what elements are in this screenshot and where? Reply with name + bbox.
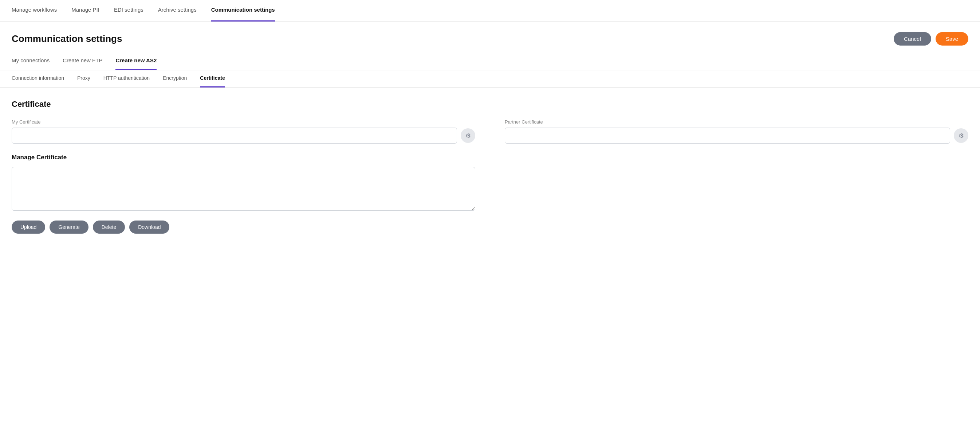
partner-certificate-label: Partner Certificate xyxy=(505,119,968,125)
page-header: Communication settings Cancel Save xyxy=(0,22,980,53)
save-button[interactable]: Save xyxy=(935,32,968,46)
cancel-button[interactable]: Cancel xyxy=(894,32,931,46)
action-buttons: Upload Generate Delete Download xyxy=(12,220,475,234)
download-button[interactable]: Download xyxy=(129,220,169,234)
top-nav-item-archive-settings[interactable]: Archive settings xyxy=(158,0,197,21)
sub-nav-create-new-as2[interactable]: Create new AS2 xyxy=(115,53,157,70)
my-certificate-row: ⚙ xyxy=(12,128,475,144)
partner-certificate-gear-button[interactable]: ⚙ xyxy=(954,128,968,143)
top-nav: Manage workflows Manage PII EDI settings… xyxy=(0,0,980,22)
section-nav-proxy[interactable]: Proxy xyxy=(77,70,90,88)
column-right: Partner Certificate ⚙ xyxy=(490,119,968,234)
sub-nav-create-new-ftp[interactable]: Create new FTP xyxy=(63,53,102,70)
my-certificate-label: My Certificate xyxy=(12,119,475,125)
top-nav-item-manage-pii[interactable]: Manage PII xyxy=(72,0,99,21)
main-content: Certificate My Certificate ⚙ Manage Cert… xyxy=(0,88,980,245)
sub-nav: My connections Create new FTP Create new… xyxy=(0,53,980,70)
top-nav-item-communication-settings[interactable]: Communication settings xyxy=(211,0,275,21)
gear-icon: ⚙ xyxy=(465,132,471,140)
section-nav-connection-information[interactable]: Connection information xyxy=(12,70,64,88)
gear-icon-partner: ⚙ xyxy=(959,132,964,140)
sub-nav-my-connections[interactable]: My connections xyxy=(12,53,49,70)
header-actions: Cancel Save xyxy=(894,32,968,46)
manage-certificate-textarea[interactable] xyxy=(12,167,475,211)
my-certificate-gear-button[interactable]: ⚙ xyxy=(461,128,475,143)
certificate-columns: My Certificate ⚙ Manage Certificate Uplo… xyxy=(12,119,968,234)
partner-certificate-input[interactable] xyxy=(505,128,950,144)
column-left: My Certificate ⚙ Manage Certificate Uplo… xyxy=(12,119,490,234)
top-nav-item-edi-settings[interactable]: EDI settings xyxy=(114,0,143,21)
section-nav-certificate[interactable]: Certificate xyxy=(200,70,225,88)
manage-certificate-title: Manage Certificate xyxy=(12,154,475,161)
partner-certificate-row: ⚙ xyxy=(505,128,968,144)
my-certificate-input[interactable] xyxy=(12,128,457,144)
delete-button[interactable]: Delete xyxy=(93,220,125,234)
upload-button[interactable]: Upload xyxy=(12,220,45,234)
generate-button[interactable]: Generate xyxy=(49,220,88,234)
section-nav: Connection information Proxy HTTP authen… xyxy=(0,70,980,88)
section-nav-encryption[interactable]: Encryption xyxy=(163,70,187,88)
page-title: Communication settings xyxy=(12,33,122,45)
section-nav-http-authentication[interactable]: HTTP authentication xyxy=(103,70,150,88)
top-nav-item-manage-workflows[interactable]: Manage workflows xyxy=(12,0,57,21)
certificate-section-title: Certificate xyxy=(12,99,968,109)
